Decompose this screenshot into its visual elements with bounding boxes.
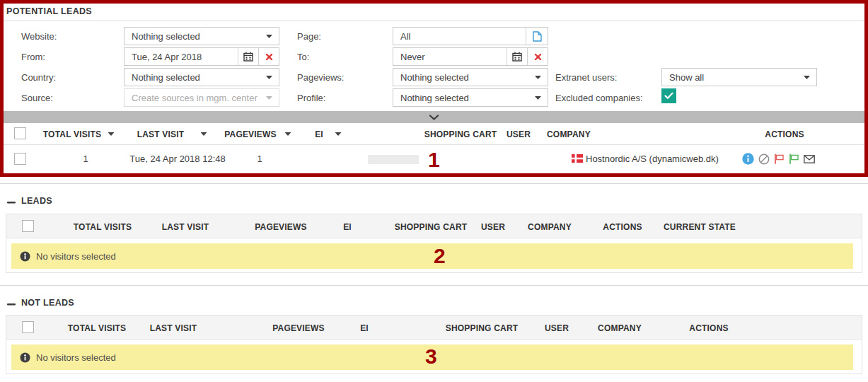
source-select-placeholder: Create sources in mgm. center <box>125 93 266 103</box>
to-date-field[interactable]: Never <box>393 47 548 66</box>
cell-last-visit: Tue, 24 Apr 2018 12:48 <box>129 154 225 164</box>
col-current-state: CURRENT STATE <box>664 222 736 232</box>
caret-down-icon <box>266 76 272 79</box>
from-label: From: <box>21 52 45 62</box>
leads-screen: POTENTIAL LEADS Website: Nothing selecte… <box>0 0 868 382</box>
calendar-icon <box>243 52 253 62</box>
potential-leads-table-header: TOTAL VISITS LAST VISIT PAGEVIEWS EI SHO… <box>4 123 864 145</box>
col-company: COMPANY <box>528 222 572 232</box>
section-divider <box>0 285 868 286</box>
extranet-users-label: Extranet users: <box>555 72 617 83</box>
envelope-icon <box>804 155 815 163</box>
select-all-checkbox[interactable] <box>22 321 34 333</box>
col-ei: EI <box>360 323 369 333</box>
ban-icon <box>758 154 770 165</box>
to-clear-button[interactable] <box>527 48 548 65</box>
to-calendar-button[interactable] <box>507 48 527 65</box>
email-button[interactable] <box>804 155 815 163</box>
row-checkbox[interactable] <box>14 153 26 165</box>
profile-label: Profile: <box>297 93 325 103</box>
sort-ei-button[interactable] <box>335 132 342 136</box>
red-flag-button[interactable] <box>774 154 785 164</box>
from-clear-button[interactable] <box>258 48 279 65</box>
extranet-users-select-value: Show all <box>662 72 804 83</box>
collapse-not-leads-button[interactable] <box>7 302 16 306</box>
row-actions <box>742 153 815 165</box>
sort-caret-icon <box>108 132 115 136</box>
source-label: Source: <box>21 93 53 103</box>
col-pageviews: PAGEVIEWS <box>224 129 277 139</box>
leads-title: LEADS <box>21 196 52 206</box>
denmark-flag-icon <box>572 154 583 163</box>
pageviews-select[interactable]: Nothing selected <box>393 68 548 86</box>
red-flag-icon <box>774 154 785 164</box>
visitor-info-button[interactable] <box>742 153 754 165</box>
annotation-2: 2 <box>434 245 446 267</box>
col-company: COMPANY <box>547 129 591 139</box>
ban-visitor-button[interactable] <box>758 154 770 165</box>
country-label: Country: <box>21 72 56 83</box>
extranet-users-select[interactable]: Show all <box>661 68 817 86</box>
col-user: USER <box>545 323 569 333</box>
sort-last-visit-button[interactable] <box>201 132 207 136</box>
col-actions: ACTIONS <box>689 323 728 333</box>
ei-progress-bar <box>368 155 419 164</box>
col-company: COMPANY <box>598 323 642 333</box>
source-select: Create sources in mgm. center <box>124 88 279 107</box>
from-calendar-button[interactable] <box>238 48 258 65</box>
caret-down-icon <box>535 76 541 79</box>
col-last-visit: LAST VISIT <box>150 323 197 333</box>
pageviews-label: Pageviews: <box>297 72 344 83</box>
from-date-field[interactable]: Tue, 24 Apr 2018 <box>124 47 279 66</box>
excluded-companies-checkbox[interactable] <box>661 88 676 103</box>
green-flag-button[interactable] <box>789 154 799 164</box>
leads-table-header: TOTAL VISITS LAST VISIT PAGEVIEWS EI SHO… <box>6 214 862 238</box>
col-total-visits: TOTAL VISITS <box>43 129 101 139</box>
col-actions: ACTIONS <box>603 222 642 232</box>
page-field[interactable]: All <box>393 27 548 45</box>
green-flag-icon <box>789 154 799 164</box>
cell-total-visits: 1 <box>83 154 88 164</box>
empty-message-bar: No visitors selected <box>11 243 853 269</box>
collapse-leads-button[interactable] <box>7 200 16 204</box>
website-select-value: Nothing selected <box>125 31 266 42</box>
col-ei: EI <box>315 129 323 139</box>
to-date-value: Never <box>393 52 507 62</box>
country-select-value: Nothing selected <box>125 72 266 83</box>
page-field-value: All <box>393 31 526 42</box>
country-select[interactable]: Nothing selected <box>124 68 279 86</box>
website-label: Website: <box>21 31 57 42</box>
not-leads-title: NOT LEADS <box>21 298 74 308</box>
potential-leads-title: POTENTIAL LEADS <box>6 6 92 16</box>
to-label: To: <box>297 52 309 62</box>
pageviews-select-value: Nothing selected <box>393 72 535 83</box>
col-pageviews: PAGEVIEWS <box>255 222 307 232</box>
excluded-companies-label: Excluded companies: <box>555 93 643 103</box>
caret-down-icon <box>266 96 272 100</box>
sort-caret-icon <box>285 132 291 136</box>
info-icon <box>20 352 30 363</box>
sort-pageviews-button[interactable] <box>285 132 291 136</box>
profile-select[interactable]: Nothing selected <box>393 88 548 107</box>
col-ei: EI <box>343 222 352 232</box>
document-icon <box>533 31 542 42</box>
select-all-checkbox[interactable] <box>22 220 34 232</box>
cell-company: Hostnordic A/S (dynamicweb.dk) <box>586 154 719 164</box>
website-select[interactable]: Nothing selected <box>124 27 279 45</box>
profile-select-value: Nothing selected <box>393 93 535 103</box>
col-shopping-cart: SHOPPING CART <box>395 222 468 232</box>
minus-icon <box>7 303 16 306</box>
section-divider <box>0 183 868 184</box>
chevron-down-icon <box>429 115 439 120</box>
sort-caret-icon <box>335 132 342 136</box>
not-leads-table-header: TOTAL VISITS LAST VISIT PAGEVIEWS EI SHO… <box>6 316 862 340</box>
from-date-value: Tue, 24 Apr 2018 <box>125 52 238 62</box>
col-shopping-cart: SHOPPING CART <box>424 129 497 139</box>
sort-total-visits-button[interactable] <box>108 132 115 136</box>
select-all-checkbox[interactable] <box>14 127 26 139</box>
cell-pageviews: 1 <box>257 154 262 164</box>
annotation-1: 1 <box>428 149 440 170</box>
empty-message: No visitors selected <box>36 251 116 262</box>
collapse-filters-bar[interactable] <box>4 111 864 123</box>
select-page-button[interactable] <box>526 28 548 45</box>
